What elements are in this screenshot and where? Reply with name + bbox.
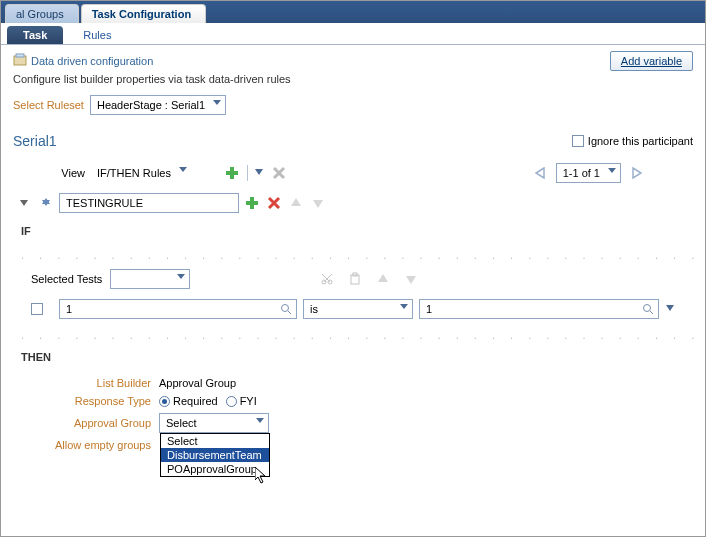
chevron-down-icon	[179, 167, 187, 172]
approval-group-dropdown[interactable]: Select Select DisbursementTeam POApprova…	[159, 413, 269, 433]
response-fyi-label: FYI	[240, 395, 257, 407]
expand-detail-icon[interactable]	[37, 194, 55, 212]
chevron-down-icon	[400, 304, 408, 309]
divider-dots: . . . . . . . . . . . . . . . . . . . . …	[1, 249, 705, 261]
svg-line-29	[650, 311, 653, 314]
svg-marker-30	[666, 305, 674, 311]
add-condition-button[interactable]	[243, 194, 261, 212]
delete-rule-button[interactable]	[270, 164, 288, 182]
pager-range: 1-1 of 1	[563, 167, 600, 179]
svg-line-27	[288, 311, 291, 314]
svg-marker-7	[536, 168, 544, 178]
collapse-icon[interactable]	[15, 194, 33, 212]
selected-tests-dropdown[interactable]	[110, 269, 190, 289]
condition-checkbox[interactable]	[31, 303, 43, 315]
page-title-row: Data driven configuration	[13, 53, 153, 69]
approval-group-option-poapproval[interactable]: POApprovalGroup	[161, 462, 269, 476]
ignore-participant-checkbox[interactable]: Ignore this participant	[572, 135, 693, 147]
remove-rule-button[interactable]	[265, 194, 283, 212]
response-required-radio[interactable]: Required	[159, 395, 218, 407]
chevron-down-icon	[608, 168, 616, 173]
pager-range-dropdown[interactable]: 1-1 of 1	[556, 163, 621, 183]
header-section: Data driven configuration Add variable C…	[1, 45, 705, 121]
chevron-down-icon	[256, 418, 264, 423]
condition-operator-value: is	[310, 303, 318, 315]
page-subtitle: Configure list builder properties via ta…	[13, 73, 693, 85]
tab-task-configuration[interactable]: Task Configuration	[81, 4, 206, 23]
subtab-rules[interactable]: Rules	[67, 26, 127, 44]
paste-button[interactable]	[346, 270, 364, 288]
next-page-button[interactable]	[627, 164, 645, 182]
then-block: List Builder Approval Group Response Typ…	[1, 367, 705, 455]
list-builder-value: Approval Group	[159, 377, 236, 389]
radio-checked-icon	[159, 396, 170, 407]
move-down-button[interactable]	[402, 270, 420, 288]
svg-marker-24	[378, 274, 388, 282]
prev-page-button[interactable]	[532, 164, 550, 182]
svg-rect-13	[246, 201, 258, 205]
allow-empty-groups-label: Allow empty groups	[31, 439, 151, 451]
view-label: View	[15, 167, 85, 179]
add-variable-button[interactable]: Add variable	[610, 51, 693, 71]
tab-task-configuration-label: Task Configuration	[92, 8, 191, 20]
approval-group-value: Select	[166, 417, 197, 429]
serial-title: Serial1	[13, 133, 57, 149]
subtab-bar: Task Rules	[1, 23, 705, 45]
response-required-label: Required	[173, 395, 218, 407]
ignore-participant-label: Ignore this participant	[588, 135, 693, 147]
view-row: View IF/THEN Rules 1-1 of 1	[1, 161, 705, 185]
view-dropdown[interactable]: IF/THEN Rules	[91, 163, 191, 183]
condition-menu-button[interactable]	[665, 303, 675, 315]
move-down-button[interactable]	[309, 194, 327, 212]
svg-marker-4	[255, 169, 263, 175]
approval-group-label: Approval Group	[31, 417, 151, 429]
response-type-label: Response Type	[31, 395, 151, 407]
svg-marker-9	[20, 200, 28, 206]
tab-approval-groups[interactable]: al Groups	[5, 4, 79, 23]
svg-rect-1	[16, 54, 24, 57]
svg-point-26	[281, 305, 288, 312]
chevron-down-icon	[177, 274, 185, 279]
top-bar: al Groups Task Configuration	[1, 1, 705, 23]
svg-point-28	[644, 305, 651, 312]
select-ruleset-value: HeaderStage : Serial1	[97, 99, 205, 111]
rule-name-input[interactable]	[59, 193, 239, 213]
cut-button[interactable]	[318, 270, 336, 288]
chevron-down-icon	[213, 100, 221, 105]
selected-tests-label: Selected Tests	[31, 273, 102, 285]
move-up-button[interactable]	[374, 270, 392, 288]
divider-dots: . . . . . . . . . . . . . . . . . . . . …	[1, 329, 705, 341]
condition-left-input[interactable]	[59, 299, 297, 319]
page-title: Data driven configuration	[31, 55, 153, 67]
svg-marker-16	[291, 198, 301, 206]
subtab-task[interactable]: Task	[7, 26, 63, 44]
svg-marker-17	[313, 200, 323, 208]
svg-marker-8	[633, 168, 641, 178]
approval-group-menu: Select DisbursementTeam POApprovalGroup	[160, 433, 270, 477]
then-label: THEN	[1, 347, 705, 367]
select-ruleset-label: Select Ruleset	[13, 99, 84, 111]
condition-left-field[interactable]	[60, 301, 296, 317]
condition-row: is	[1, 297, 705, 321]
condition-operator-dropdown[interactable]: is	[303, 299, 413, 319]
divider	[247, 165, 248, 181]
list-builder-label: List Builder	[31, 377, 151, 389]
selected-tests-row: Selected Tests	[1, 267, 705, 291]
response-fyi-radio[interactable]: FYI	[226, 395, 257, 407]
view-value: IF/THEN Rules	[97, 167, 171, 179]
chevron-down-icon[interactable]	[254, 167, 264, 179]
svg-rect-3	[226, 171, 238, 175]
condition-right-field[interactable]	[420, 301, 658, 317]
condition-right-input[interactable]	[419, 299, 659, 319]
move-up-button[interactable]	[287, 194, 305, 212]
approval-group-option-disbursement[interactable]: DisbursementTeam	[161, 448, 269, 462]
add-rule-button[interactable]	[223, 164, 241, 182]
radio-icon	[226, 396, 237, 407]
pager: 1-1 of 1	[532, 163, 645, 183]
svg-marker-25	[406, 276, 416, 284]
select-ruleset-dropdown[interactable]: HeaderStage : Serial1	[90, 95, 226, 115]
rule-row	[1, 191, 705, 215]
approval-group-option-select[interactable]: Select	[161, 434, 269, 448]
select-ruleset-row: Select Ruleset HeaderStage : Serial1	[13, 95, 693, 115]
search-icon	[642, 303, 654, 315]
